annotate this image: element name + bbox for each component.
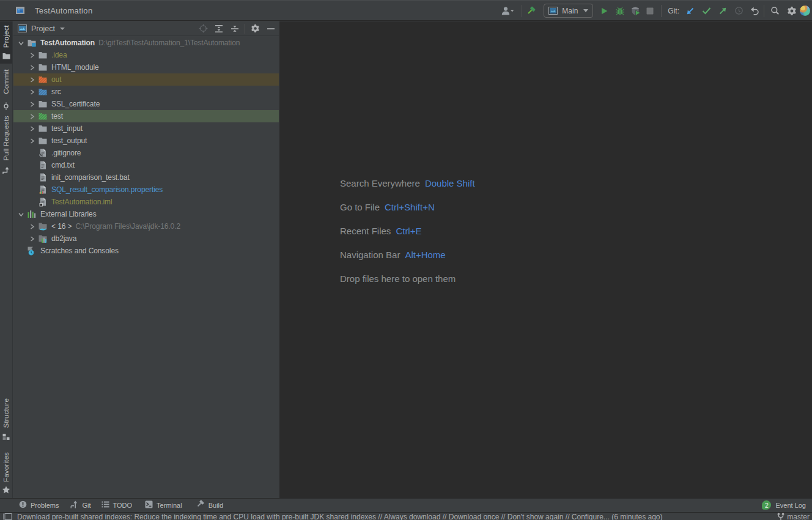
tree-row[interactable]: .gitignore — [13, 147, 279, 159]
shortcut-action: Navigation Bar — [340, 250, 400, 260]
build-hammer-button[interactable] — [523, 4, 539, 18]
tree-row[interactable]: TestAutomation.iml — [13, 196, 279, 208]
update-project-button[interactable] — [682, 4, 698, 18]
tree-row[interactable]: test_input — [13, 122, 279, 135]
structure-icon — [2, 432, 10, 443]
tree-item-path: D:\gitTest\TestAutomation_1\TestAutomati… — [98, 39, 240, 47]
tree-row[interactable]: test_output — [13, 135, 279, 147]
chevron-right-icon[interactable] — [27, 221, 37, 231]
tree-row[interactable]: cmd.txt — [13, 159, 279, 171]
history-button[interactable] — [731, 4, 747, 18]
shortcut-action: Go to File — [340, 202, 380, 212]
panel-title: Project — [31, 24, 55, 33]
tree-item-name: out — [51, 75, 61, 84]
tree-row[interactable]: TestAutomationD:\gitTest\TestAutomation_… — [13, 37, 279, 49]
folder-icon — [38, 99, 48, 109]
run-button[interactable] — [596, 4, 612, 18]
project-view-select[interactable]: Project — [18, 24, 65, 33]
toolwindow-button-terminal[interactable]: Terminal — [145, 500, 182, 511]
shortcut-hint-row: Navigation BarAlt+Home — [340, 243, 475, 267]
toolbar-separator — [522, 5, 522, 17]
chevron-right-icon[interactable] — [27, 75, 37, 84]
toolwindow-toggle-icon[interactable] — [3, 513, 12, 520]
stripe-button-pull-requests[interactable]: Pull Requests — [0, 113, 12, 177]
folder-icon — [38, 124, 48, 133]
chevron-right-icon[interactable] — [27, 50, 37, 60]
panel-settings-button[interactable] — [247, 22, 263, 35]
tree-row[interactable]: SSL_certificate — [13, 98, 279, 110]
chevron-right-icon[interactable] — [27, 99, 37, 109]
toolwindow-button-git[interactable]: Git — [70, 500, 90, 511]
run-config-name: Main — [562, 7, 578, 15]
commit-button[interactable] — [698, 4, 715, 18]
debug-button[interactable] — [612, 4, 628, 18]
toolbar-separator — [661, 5, 662, 17]
toolwindow-button-build[interactable]: Build — [196, 499, 223, 511]
tree-row[interactable]: External Libraries — [13, 208, 279, 220]
libraries-icon — [27, 209, 37, 219]
tree-item-name: TestAutomation.iml — [51, 198, 113, 206]
event-count-badge: 2 — [762, 500, 771, 510]
folder-icon — [38, 136, 48, 146]
chevron-right-icon[interactable] — [27, 124, 37, 133]
search-everywhere-button[interactable] — [767, 4, 783, 18]
expand-all-button[interactable] — [211, 22, 227, 35]
stop-button[interactable] — [643, 4, 657, 18]
rollback-button[interactable] — [747, 4, 762, 18]
chevron-right-icon[interactable] — [27, 234, 37, 243]
chevron-down-icon[interactable] — [16, 38, 26, 48]
tree-row[interactable]: db2java — [13, 232, 279, 245]
star-icon — [2, 485, 10, 496]
user-button[interactable] — [499, 4, 516, 18]
status-bar: Download pre-built shared indexes: Reduc… — [0, 512, 812, 520]
scratches-icon — [27, 246, 37, 256]
git-branch-widget[interactable]: master — [777, 513, 810, 520]
collapse-all-button[interactable] — [227, 22, 243, 35]
main-toolbar: Main — [499, 1, 812, 21]
avatar-sphere-icon[interactable] — [800, 6, 810, 16]
tree-row[interactable]: HTML_module — [13, 61, 279, 73]
stripe-button-favorites[interactable]: Favorites — [0, 450, 12, 497]
stripe-button-commit[interactable]: Commit — [0, 67, 12, 111]
chevron-right-icon[interactable] — [27, 62, 37, 72]
excluded-folder-icon — [38, 75, 48, 84]
chevron-right-icon[interactable] — [27, 136, 37, 146]
settings-gear-button[interactable] — [784, 4, 800, 18]
editor-area[interactable]: Search EverywhereDouble ShiftGo to FileC… — [279, 21, 812, 498]
toolwindow-label: Build — [209, 502, 223, 509]
project-tool-window: Project — [13, 21, 279, 498]
stripe-button-project[interactable]: Project — [0, 21, 12, 64]
tree-row[interactable]: src — [13, 86, 279, 98]
tree-row[interactable]: Scratches and Consoles — [13, 245, 279, 257]
hide-panel-button[interactable] — [263, 22, 279, 35]
push-button[interactable] — [715, 4, 731, 18]
tree-row[interactable]: .idea — [13, 49, 279, 61]
file-text-icon — [38, 160, 48, 170]
tree-row[interactable]: < 16 >C:\Program Files\Java\jdk-16.0.2 — [13, 220, 279, 232]
toolwindow-button-todo[interactable]: TODO — [102, 500, 133, 511]
window-title: TestAutomation — [35, 6, 93, 15]
tree-row[interactable]: out — [13, 73, 279, 86]
folder-icon — [2, 51, 10, 62]
tree-row[interactable]: test — [13, 110, 279, 122]
git-label: Git: — [668, 7, 679, 15]
run-with-coverage-button[interactable] — [628, 4, 643, 18]
panel-toolbar-separator — [245, 24, 245, 34]
chevron-right-icon[interactable] — [27, 111, 37, 121]
locate-file-button[interactable] — [195, 22, 211, 35]
todo-icon — [102, 500, 109, 511]
toolwindow-button-problems[interactable]: Problems — [19, 500, 59, 511]
stripe-label: Structure — [2, 398, 10, 428]
status-message[interactable]: Download pre-built shared indexes: Reduc… — [17, 513, 663, 520]
shortcut-keys: Ctrl+Shift+N — [385, 202, 435, 212]
event-log-button[interactable]: 2 Event Log — [762, 500, 806, 510]
tree-row[interactable]: init_comparison_test.bat — [13, 171, 279, 184]
stripe-label: Favorites — [2, 452, 10, 482]
stripe-button-structure[interactable]: Structure — [0, 396, 12, 447]
chevron-down-icon[interactable] — [16, 209, 26, 219]
run-configuration-select[interactable]: Main — [544, 4, 593, 18]
tree-row[interactable]: SQL_result_comparison.properties — [13, 184, 279, 196]
pull-request-icon — [2, 166, 10, 177]
chevron-right-icon[interactable] — [27, 87, 37, 97]
tree-item-name: < 16 > — [51, 222, 72, 231]
